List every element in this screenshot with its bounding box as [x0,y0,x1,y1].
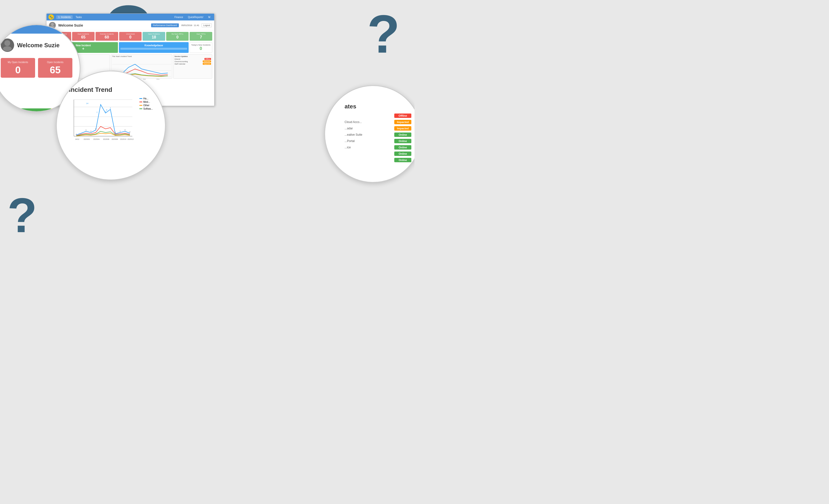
stat-my-open-rfcs[interactable]: My Open RFCs 0 [166,32,189,41]
stat-overdue-incidents[interactable]: Overdue Incidents 60 [96,32,118,41]
services-title: ates [345,103,411,110]
svg-text:14/12: 14/12 [75,139,79,140]
svg-text:4: 4 [124,129,125,131]
performance-dashboard-button[interactable]: Performance Dashboard [151,24,179,27]
svg-text:2: 2 [91,130,92,132]
svg-point-14 [3,46,12,51]
stat-label: Unresolved [121,33,140,35]
stat-label: Open RFCs [191,33,211,35]
circle-stat-value: 0 [3,65,33,75]
circle-stat-value: 65 [40,65,70,75]
nav-item-tasks[interactable]: Tasks [74,15,84,19]
incident-trend-title: This Year's Incident Trend [112,55,171,57]
stat-open-incidents[interactable]: Open Incidents 65 [72,32,95,41]
circle-services-inner: ates Offline Currently down for maint...… [325,86,414,182]
legend-item-med: Med... [139,101,153,103]
svc-name: ...ice [345,146,351,149]
svg-text:Other: Other [156,78,160,80]
stat-value: 0 [121,35,140,39]
service-row-cloud: Cloud Accounting Impacted [175,61,211,62]
legend-label: Softwa... [143,108,153,110]
svg-text:Med: Med [143,78,146,80]
svg-text:2: 2 [95,128,96,129]
question-mark-top-right: ? [367,7,400,61]
knowledgebase-label: Knowledgebase [144,44,163,47]
svc-badge-online: Online [394,158,411,162]
stat-label: Open Incidents [74,33,93,35]
svc-row-service2: Online [345,152,411,156]
status-badge-offline: Offline [205,58,211,60]
svg-text:2015/08: 2015/08 [112,139,118,140]
svg-text:7: 7 [97,111,98,114]
nav-item-m[interactable]: M [206,15,212,19]
stat-label: Overdue Incidents [97,33,117,35]
svg-text:2: 2 [130,131,130,133]
circle-stat-my-open[interactable]: My Open Incidents 0 [1,58,35,78]
service-row-staff: Staff Calendar Impacted [175,63,211,65]
today-incidents-label: Today's New Incidents [191,44,211,46]
nav-item-incidents[interactable]: 1. Incidents [56,15,73,19]
welcome-section: Welcome Suzie [1,38,72,52]
stat-open-problems[interactable]: Open Problems 18 [143,32,165,41]
service-row-intranet: Intranet Offline [175,58,211,60]
trend-chart-area: Ha... Med... Other Softwa... [69,97,153,172]
svc-badge-impacted: Impacted [394,120,411,124]
svg-text:14: 14 [86,102,88,105]
svg-text:2015/12: 2015/12 [128,139,134,140]
nav-item-quickreports[interactable]: QuickReports! [186,15,205,19]
svg-text:2: 2 [110,107,111,109]
stat-label: Open Problems [144,33,164,35]
today-incidents-panel: Today's New Incidents 0 [189,42,212,53]
nav-logo: 🐾 [48,14,54,20]
avatar-large [1,38,14,52]
service-updates-title: Service Updates [175,55,211,57]
circle-stat-open[interactable]: Open Incidents 65 [38,58,72,78]
service-updates-section: Service Updates Intranet Offline Cloud A… [173,54,212,79]
circle-services: ates Offline Currently down for maint...… [324,85,414,183]
date-display: 05/01/2016 [181,24,192,27]
circle-stat-label: Open Incidents [40,61,70,64]
stat-open-rfcs[interactable]: Open RFCs 7 [189,32,212,41]
svg-text:6: 6 [106,109,107,111]
svg-text:3: 3 [105,111,106,113]
svc-badge-impacted: Impacted [394,126,411,130]
svc-row-calendar: ...adar Impacted [345,126,411,130]
svc-name: ...Portal [345,139,355,143]
status-badge-impacted: Impacted [203,63,211,65]
nav-item-finance[interactable]: Finance [173,15,185,19]
legend-label: Ha... [143,97,148,100]
nav-bar: 🐾 1. Incidents Tasks Finance QuickReport… [46,14,214,21]
svg-text:2015/04: 2015/04 [93,139,100,140]
circle-stats: My Open Incidents 0 Open Incidents 65 [1,58,72,78]
svc-name: ...eative Suite [345,133,362,137]
svc-row-cloud: Cloud Acco... Impacted [345,120,411,124]
svg-text:2015/10: 2015/10 [120,139,126,140]
svc-name: ...adar [345,127,353,130]
legend-item-software: Softwa... [139,108,153,110]
question-mark-bottom-left: ? [7,191,37,240]
circle-stat-label: My Open Incidents [3,61,33,64]
svc-row-service3: Online [345,158,411,162]
time-display: 11:41 [194,24,199,27]
knowledgebase-button[interactable]: Knowledgebase [119,42,188,53]
stat-label: My Open RFCs [168,33,187,35]
circle-nav-label: 1. Incidents [0,28,14,31]
svc-badge-online: Online [394,132,411,137]
svg-text:1: 1 [85,129,86,131]
stat-value: 65 [74,35,93,39]
svc-row-creative: ...eative Suite Online [345,132,411,137]
svg-text:2: 2 [115,131,116,133]
stat-unresolved[interactable]: Unresolved 0 [119,32,142,41]
legend-label: Med... [143,101,150,103]
stat-value: 0 [168,35,187,39]
legend-label: Other [143,104,149,107]
logout-button[interactable]: Logout [202,24,212,27]
svc-badge-online: Online [394,145,411,150]
svc-name: Cloud Acco... [345,120,362,124]
svg-point-0 [51,23,54,26]
circle-trend-inner: Incident Trend Ha... Med... Other [57,71,165,180]
trend-title: Incident Trend [69,86,153,93]
legend-item-ha: Ha... [139,97,153,100]
circle-trend: Incident Trend Ha... Med... Other [56,71,166,180]
stats-row: My Open Incidents 0 Open Incidents 65 Ov… [46,31,214,42]
